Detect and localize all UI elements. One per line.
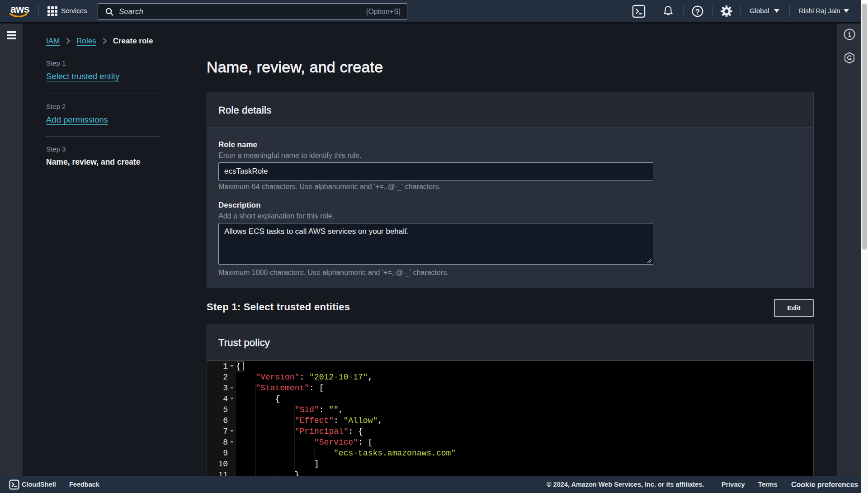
svg-text:?: ?: [695, 8, 700, 16]
